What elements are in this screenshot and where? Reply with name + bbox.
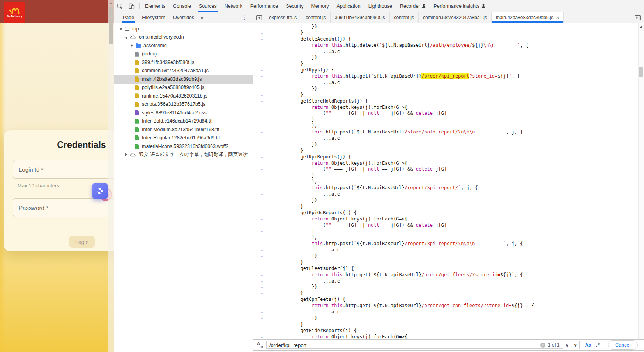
devtools-tab-network[interactable]: Network (221, 0, 246, 12)
devtools-tab-elements[interactable]: Elements (141, 0, 169, 12)
code-line[interactable]: } (269, 290, 638, 297)
code-line[interactable]: } (269, 148, 638, 154)
file-tab-express-fte-js[interactable]: express-fte.js (265, 12, 301, 23)
code-line[interactable]: ), (269, 123, 638, 129)
tree-item-oms-mcdelivery-co-in[interactable]: oms.mcdelivery.co.in (114, 33, 253, 42)
file-tab-content-js[interactable]: content.js (301, 12, 330, 23)
code-line[interactable]: deleteAccount(j) { (269, 36, 638, 43)
match-case-toggle[interactable]: Aa (585, 342, 591, 348)
code-line[interactable]: ), (269, 179, 638, 185)
code-line[interactable]: ...a.c (269, 278, 638, 284)
password-field[interactable]: Password * (13, 198, 114, 217)
tree-item--[interactable]: 通义-语音转文字，实时字幕，划词翻译，网页速读 (114, 151, 253, 159)
navigator-tab-filesystem[interactable]: Filesystem (138, 12, 169, 23)
code-line[interactable]: ...a.c (269, 135, 638, 142)
code-line[interactable]: ...a.c (269, 49, 638, 55)
next-match-button[interactable]: ∨ (571, 341, 579, 349)
page-scrollbar[interactable] (108, 0, 114, 352)
search-input[interactable] (269, 342, 540, 348)
code-line[interactable]: ("" === j[G] || null == j[G]) && delete … (269, 222, 638, 229)
tree-item-main-42ba8e83dac39db9-js[interactable]: main.42ba8e83dac39db9.js (114, 75, 253, 84)
code-line[interactable]: }) (269, 86, 638, 92)
code-line[interactable]: return this.http.get(`${t.N.apiBaseUrl}/… (269, 303, 638, 309)
code-line[interactable]: ), (269, 235, 638, 241)
tree-item-common-58f7c432047a8ba1-js[interactable]: common.58f7c432047a8ba1.js (114, 67, 253, 75)
chevron-right-icon[interactable] (125, 153, 127, 156)
navigator-menu-button[interactable]: ⋮ (242, 12, 247, 23)
code-line[interactable]: return this.http.delete(`${t.N.apiBaseUr… (269, 43, 638, 49)
code-line[interactable]: }) (269, 253, 638, 260)
code-line[interactable]: }) (269, 24, 638, 30)
code-line[interactable]: } (269, 204, 638, 210)
tree-item-runtime-15470a482620311b-js[interactable]: runtime.15470a482620311b.js (114, 92, 253, 100)
file-tab-main-42ba8e83dac39db9-js[interactable]: main.42ba8e83dac39db9.js× (492, 12, 564, 23)
devtools-tab-application[interactable]: Application (333, 0, 364, 12)
code-line[interactable]: ...a.c (269, 247, 638, 253)
login-button[interactable]: Login (69, 236, 95, 248)
clear-search-button[interactable]: × (540, 343, 545, 348)
page-scrollbar-thumb[interactable] (109, 7, 113, 44)
chevron-down-icon[interactable] (125, 37, 128, 39)
code-line[interactable]: return Object.keys(j).forEach(G=>{ (269, 334, 638, 339)
cancel-button[interactable]: Cancel (608, 340, 638, 350)
code-line[interactable]: ("" === j[G] || null == j[G]) && delete … (269, 110, 638, 117)
devtools-tab-lighthouse[interactable]: Lighthouse (364, 0, 396, 12)
inspect-element-button[interactable] (114, 0, 126, 12)
code-line[interactable]: getRiderReports(j) { (269, 328, 638, 334)
tree-item-assets-img[interactable]: assets/img (114, 41, 253, 50)
chevron-right-icon[interactable] (131, 44, 133, 47)
login-id-field[interactable]: Login Id * (13, 160, 114, 179)
file-tab-content-js[interactable]: content.js (390, 12, 419, 23)
code-line[interactable]: return Object.keys(j).forEach(G=>{ (269, 105, 638, 111)
tree-item-399-f1fb3439e3bf080f-js[interactable]: 399.f1fb3439e3bf080f.js (114, 58, 253, 67)
file-tab-399-f1fb3439e3bf080f-js[interactable]: 399.f1fb3439e3bf080f.js (331, 12, 390, 23)
tree-item-inter-medium-8d213a541b09f168-ttf[interactable]: Inter-Medium.8d213a541b09f168.ttf (114, 125, 253, 134)
code-line[interactable]: } (269, 30, 638, 36)
devtools-tab-performance[interactable]: Performance (246, 0, 282, 12)
navigator-tab-page[interactable]: Page (119, 12, 138, 23)
chevron-down-icon[interactable] (119, 28, 122, 30)
tree-item-top[interactable]: top (114, 25, 253, 33)
code-line[interactable]: return Object.keys(j).forEach(G=>{ (269, 216, 638, 222)
code-line[interactable]: }) (269, 315, 638, 322)
tree-item-inter-bold-c146dcab14729d84-ttf[interactable]: Inter-Bold.c146dcab14729d84.ttf (114, 117, 253, 126)
code-line[interactable]: }) (269, 142, 638, 148)
code-line[interactable]: } (269, 322, 638, 328)
devtools-tab-memory[interactable]: Memory (307, 0, 333, 12)
tree-item--index-[interactable]: (index) (114, 50, 253, 59)
code-line[interactable]: getStoreHoldReports(j) { (269, 98, 638, 105)
toggle-debugger-sidebar-button[interactable] (635, 12, 641, 23)
devtools-tab-sources[interactable]: Sources (195, 0, 221, 12)
code-line[interactable]: return this.http.get(`${t.N.apiBaseUrl}/… (269, 272, 638, 278)
tree-item-polyfills-e2aa56880ff9c405-js[interactable]: polyfills.e2aa56880ff9c405.js (114, 84, 253, 92)
close-tab-icon[interactable]: × (556, 15, 559, 20)
code-line[interactable]: } (269, 228, 638, 235)
code-line[interactable]: } (269, 61, 638, 67)
device-toolbar-button[interactable] (126, 0, 138, 12)
tree-item-inter-regular-1282ebc61b96a9d9-ttf[interactable]: Inter-Regular.1282ebc61b96a9d9.ttf (114, 134, 253, 142)
devtools-tab-console[interactable]: Console (169, 0, 195, 12)
code-line[interactable]: } (269, 260, 638, 266)
devtools-tab-recorder[interactable]: Recorder (396, 0, 430, 12)
navigator-tab-overrides[interactable]: Overrides (169, 12, 198, 23)
more-nav-tabs-button[interactable]: » (198, 12, 206, 23)
devtools-tab-performance-insights[interactable]: Performance insights (430, 0, 489, 12)
code-line[interactable]: getCpnFeets(j) { (269, 297, 638, 303)
code-line[interactable]: this.http.post(`${t.N.apiBaseUrl}/report… (269, 241, 638, 247)
code-line[interactable]: return this.http.get(`${t.N.apiBaseUrl}/… (269, 73, 638, 80)
regex-toggle[interactable]: .* (596, 342, 600, 348)
code-line[interactable]: getKpiOcReports(j) { (269, 210, 638, 216)
code-line[interactable]: } (269, 117, 638, 123)
code-line[interactable]: ("" === j[G] || null == j[G]) && delete … (269, 166, 638, 172)
tree-item-styles-8891e81141cd4cc2-css[interactable]: styles.8891e81141cd4cc2.css (114, 108, 253, 117)
code-line[interactable]: getKpys(j) { (269, 67, 638, 73)
code-line[interactable]: ...a.c (269, 309, 638, 315)
previous-match-button[interactable]: ∧ (563, 341, 571, 349)
code-line[interactable]: } (269, 92, 638, 98)
code-line[interactable]: return Object.keys(j).forEach(G=>{ (269, 160, 638, 167)
code-line[interactable]: getKpiReports(j) { (269, 154, 638, 160)
code-line[interactable]: } (269, 172, 638, 179)
devtools-tab-security[interactable]: Security (282, 0, 307, 12)
scroll-up-icon[interactable] (110, 2, 113, 4)
file-tab-common-58f7c432047a8ba1-js[interactable]: common.58f7c432047a8ba1.js (419, 12, 492, 23)
